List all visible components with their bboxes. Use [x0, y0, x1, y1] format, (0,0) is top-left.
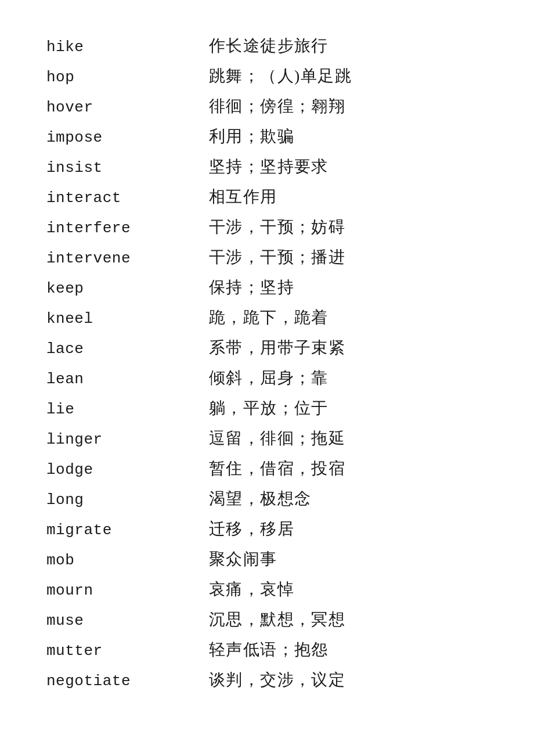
list-item: impose利用；欺骗	[46, 125, 488, 153]
chinese-definition: 倾斜，屈身；靠	[209, 367, 488, 389]
chinese-definition: 轻声低语；抱怨	[209, 639, 488, 661]
english-word: interact	[46, 189, 209, 207]
chinese-definition: 坚持；坚持要求	[209, 156, 488, 178]
list-item: interfere干涉，干预；妨碍	[46, 216, 488, 244]
list-item: mutter轻声低语；抱怨	[46, 639, 488, 667]
english-word: kneel	[46, 310, 209, 327]
list-item: mob聚众闹事	[46, 548, 488, 576]
list-item: kneel跪，跪下，跪着	[46, 307, 488, 334]
chinese-definition: 保持；坚持	[209, 276, 488, 298]
english-word: long	[46, 491, 209, 509]
english-word: intervene	[46, 250, 209, 267]
chinese-definition: 作长途徒步旅行	[209, 35, 488, 57]
list-item: intervene干涉，干预；播进	[46, 246, 488, 274]
list-item: muse沉思，默想，冥想	[46, 609, 488, 636]
chinese-definition: 徘徊；傍徨；翱翔	[209, 95, 488, 117]
list-item: keep保持；坚持	[46, 276, 488, 304]
english-word: hike	[46, 38, 209, 56]
english-word: lace	[46, 340, 209, 358]
english-word: hop	[46, 69, 209, 86]
english-word: mutter	[46, 642, 209, 660]
chinese-definition: 暂住，借宿，投宿	[209, 458, 488, 480]
english-word: keep	[46, 280, 209, 297]
english-word: migrate	[46, 521, 209, 539]
list-item: interact相互作用	[46, 186, 488, 214]
chinese-definition: 干涉，干预；妨碍	[209, 216, 488, 238]
list-item: insist坚持；坚持要求	[46, 156, 488, 183]
english-word: mob	[46, 552, 209, 569]
chinese-definition: 谈判，交涉，议定	[209, 669, 488, 691]
chinese-definition: 渴望，极想念	[209, 488, 488, 510]
chinese-definition: 聚众闹事	[209, 548, 488, 570]
english-word: muse	[46, 612, 209, 629]
list-item: lie躺，平放；位于	[46, 397, 488, 425]
chinese-definition: 跪，跪下，跪着	[209, 307, 488, 329]
english-word: negotiate	[46, 672, 209, 690]
english-word: insist	[46, 159, 209, 177]
list-item: migrate迁移，移居	[46, 518, 488, 546]
chinese-definition: 哀痛，哀悼	[209, 578, 488, 600]
chinese-definition: 利用；欺骗	[209, 125, 488, 147]
english-word: hover	[46, 99, 209, 116]
list-item: mourn哀痛，哀悼	[46, 578, 488, 606]
english-word: linger	[46, 431, 209, 448]
chinese-definition: 跳舞；（人)单足跳	[209, 65, 488, 87]
chinese-definition: 干涉，干预；播进	[209, 246, 488, 268]
english-word: lodge	[46, 461, 209, 478]
list-item: negotiate谈判，交涉，议定	[46, 669, 488, 697]
chinese-definition: 逗留，徘徊；拖延	[209, 427, 488, 449]
chinese-definition: 系带，用带子束紧	[209, 337, 488, 359]
list-item: long渴望，极想念	[46, 488, 488, 516]
list-item: hop跳舞；（人)单足跳	[46, 65, 488, 93]
chinese-definition: 躺，平放；位于	[209, 397, 488, 419]
english-word: mourn	[46, 582, 209, 599]
list-item: lodge暂住，借宿，投宿	[46, 458, 488, 485]
chinese-definition: 相互作用	[209, 186, 488, 208]
list-item: hike作长途徒步旅行	[46, 35, 488, 63]
english-word: lean	[46, 370, 209, 388]
english-word: lie	[46, 401, 209, 418]
chinese-definition: 沉思，默想，冥想	[209, 609, 488, 631]
english-word: impose	[46, 129, 209, 146]
list-item: lean倾斜，屈身；靠	[46, 367, 488, 395]
list-item: linger逗留，徘徊；拖延	[46, 427, 488, 455]
chinese-definition: 迁移，移居	[209, 518, 488, 540]
vocab-list: hike作长途徒步旅行hop跳舞；（人)单足跳hover徘徊；傍徨；翱翔impo…	[46, 35, 488, 697]
english-word: interfere	[46, 219, 209, 237]
list-item: hover徘徊；傍徨；翱翔	[46, 95, 488, 123]
list-item: lace系带，用带子束紧	[46, 337, 488, 365]
